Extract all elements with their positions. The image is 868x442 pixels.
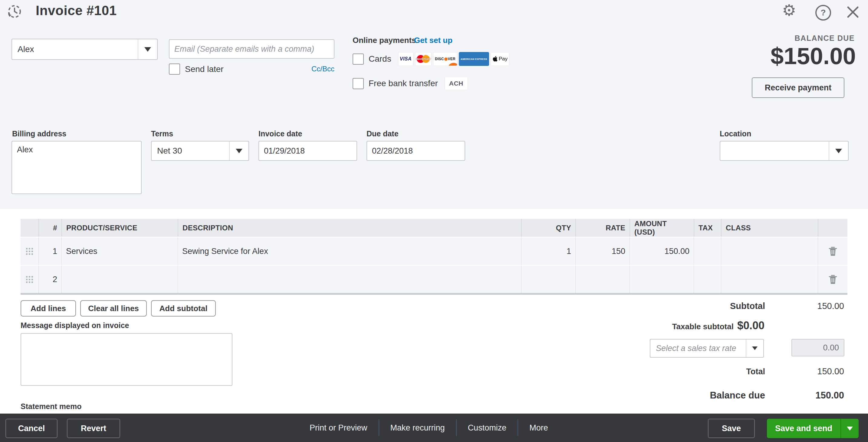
gear-icon[interactable]: ⚙ — [782, 2, 796, 18]
more-button[interactable]: More — [518, 423, 559, 433]
tax-cell[interactable] — [694, 266, 721, 293]
total-value: 150.00 — [817, 366, 844, 376]
drag-handle-icon[interactable] — [21, 238, 38, 265]
chevron-down-icon[interactable] — [229, 141, 248, 160]
qty-cell[interactable] — [521, 266, 575, 293]
taxable-subtotal-row: Taxable subtotal $0.00 — [672, 319, 765, 332]
amount-cell[interactable] — [629, 266, 694, 293]
receive-payment-button[interactable]: Receive payment — [752, 77, 844, 98]
cards-row: Cards VISA MasterCard DISCVER AMERICAN E… — [352, 52, 509, 66]
invoice-date-field[interactable] — [258, 141, 357, 161]
balance-due-label: Balance due — [710, 390, 765, 401]
chevron-down-icon[interactable] — [829, 141, 848, 160]
top-section: Invoice #101 ⚙ ? Alex Send later Cc/Bcc … — [0, 0, 868, 209]
online-payments-label: Online payments — [352, 36, 416, 45]
tax-cell[interactable] — [694, 238, 721, 265]
message-label: Message displayed on invoice — [21, 321, 129, 330]
chevron-down-icon[interactable] — [746, 340, 763, 357]
sales-tax-amount-field: 0.00 — [792, 339, 844, 356]
rate-cell[interactable] — [575, 266, 629, 293]
class-cell[interactable] — [721, 238, 818, 265]
subtotal-label: Subtotal — [730, 301, 765, 311]
cancel-button[interactable]: Cancel — [5, 419, 58, 438]
card-brand-icons: VISA MasterCard DISCVER AMERICAN EXPRESS — [398, 52, 509, 66]
trash-icon[interactable] — [818, 266, 847, 293]
customer-select[interactable]: Alex — [11, 39, 158, 60]
table-row: 1 Services Sewing Service for Alex 1 150… — [21, 237, 847, 265]
drag-column-header — [21, 219, 38, 237]
drag-handle-icon[interactable] — [21, 266, 38, 293]
apple-pay-icon: Pay — [491, 52, 509, 66]
product-cell[interactable] — [61, 266, 178, 293]
col-rate: RATE — [575, 219, 629, 237]
save-and-send-label: Save and send — [767, 419, 840, 438]
customer-select-value: Alex — [12, 39, 138, 59]
page-title: Invoice #101 — [36, 3, 117, 18]
line-items-table: # PRODUCT/SERVICE DESCRIPTION QTY RATE A… — [21, 219, 847, 295]
terms-select[interactable]: Net 30 — [151, 141, 249, 161]
location-label: Location — [720, 129, 751, 138]
add-lines-button[interactable]: Add lines — [21, 300, 76, 316]
cards-label: Cards — [369, 54, 391, 64]
email-field[interactable] — [169, 39, 334, 59]
class-cell[interactable] — [721, 266, 818, 293]
visa-icon: VISA — [398, 52, 413, 66]
sales-tax-select-placeholder: Select a sales tax rate — [650, 340, 746, 357]
ach-badge: ACH — [444, 77, 468, 90]
statement-memo-label: Statement memo — [21, 402, 82, 411]
revert-button[interactable]: Revert — [67, 419, 120, 438]
customize-button[interactable]: Customize — [457, 423, 518, 433]
discover-icon: DISCVER — [433, 52, 457, 66]
row-number: 2 — [38, 266, 61, 293]
due-date-field[interactable] — [367, 141, 465, 161]
ccbcc-link[interactable]: Cc/Bcc — [311, 65, 334, 73]
amount-cell[interactable]: 150.00 — [629, 238, 694, 265]
clear-all-lines-button[interactable]: Clear all lines — [80, 300, 147, 316]
total-label: Total — [746, 367, 766, 376]
table-bottom-border — [21, 293, 847, 295]
rate-cell[interactable]: 150 — [575, 238, 629, 265]
save-button[interactable]: Save — [708, 419, 755, 438]
taxable-subtotal-value: $0.00 — [737, 319, 765, 332]
taxable-subtotal-label: Taxable subtotal — [672, 322, 734, 331]
save-and-send-button[interactable]: Save and send — [767, 419, 859, 438]
save-options-dropdown[interactable] — [840, 419, 859, 438]
message-field[interactable] — [21, 333, 232, 386]
invoice-date-label: Invoice date — [258, 129, 302, 138]
recent-transactions-icon[interactable] — [5, 4, 22, 21]
bank-transfer-row: Free bank transfer ACH — [352, 77, 468, 90]
close-icon[interactable] — [846, 5, 860, 20]
balance-due-value: 150.00 — [815, 390, 844, 401]
description-cell[interactable]: Sewing Service for Alex — [178, 238, 521, 265]
col-description: DESCRIPTION — [178, 219, 521, 237]
col-product: PRODUCT/SERVICE — [61, 219, 178, 237]
col-amount: AMOUNT (USD) — [629, 219, 694, 237]
bank-transfer-checkbox[interactable] — [352, 78, 364, 89]
row-number: 1 — [38, 238, 61, 265]
location-select-value — [720, 141, 829, 160]
qty-cell[interactable]: 1 — [521, 238, 575, 265]
location-select[interactable] — [720, 141, 849, 161]
send-later-label: Send later — [185, 64, 224, 74]
chevron-down-icon[interactable] — [138, 39, 157, 59]
sales-tax-select[interactable]: Select a sales tax rate — [650, 339, 764, 358]
cards-checkbox[interactable] — [352, 54, 364, 65]
bank-transfer-label: Free bank transfer — [369, 79, 438, 88]
amex-icon: AMERICAN EXPRESS — [459, 52, 489, 66]
send-later-checkbox[interactable] — [169, 64, 180, 75]
add-subtotal-button[interactable]: Add subtotal — [151, 300, 216, 316]
make-recurring-button[interactable]: Make recurring — [379, 423, 456, 433]
subtotal-value: 150.00 — [817, 301, 844, 311]
col-qty: QTY — [521, 219, 575, 237]
product-cell[interactable]: Services — [61, 238, 178, 265]
table-header-row: # PRODUCT/SERVICE DESCRIPTION QTY RATE A… — [21, 219, 847, 237]
help-icon[interactable]: ? — [815, 5, 831, 21]
trash-icon[interactable] — [818, 238, 847, 265]
billing-address-field[interactable]: Alex — [11, 141, 142, 194]
get-set-up-link[interactable]: Get set up — [414, 36, 453, 45]
description-cell[interactable] — [178, 266, 521, 293]
mastercard-icon: MasterCard — [415, 52, 432, 66]
table-row: 2 — [21, 265, 847, 293]
col-class: CLASS — [721, 219, 818, 237]
print-or-preview-button[interactable]: Print or Preview — [299, 423, 379, 433]
